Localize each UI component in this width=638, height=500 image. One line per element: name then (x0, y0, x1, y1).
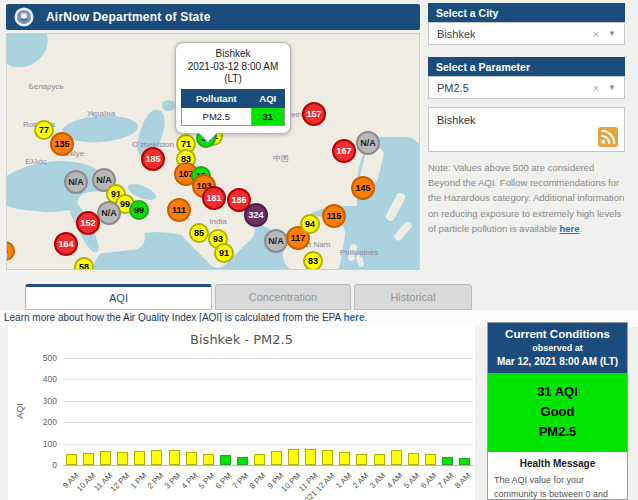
parameter-select-value: PM2.5 (437, 82, 593, 94)
health-message-block: Health Message The AQI value for your co… (488, 452, 627, 500)
aqi-marker[interactable]: 94 (300, 214, 320, 234)
aqi-marker[interactable]: 83 (303, 251, 323, 270)
aqi-marker[interactable]: N/A (356, 131, 380, 155)
aqi-marker[interactable]: 99 (129, 200, 149, 220)
aqi-marker[interactable]: 164 (54, 232, 78, 256)
select-parameter-header: Select a Parameter (428, 57, 625, 76)
chart-bar (356, 454, 367, 465)
x-axis-tick: 4 AM (385, 471, 404, 490)
chart-bar (203, 454, 214, 465)
gridline (63, 401, 473, 402)
aqi-marker[interactable]: 85 (189, 223, 209, 243)
aqi-marker[interactable]: 185 (141, 147, 165, 171)
conditions-observed-label: observed at (490, 343, 625, 353)
aqi-marker[interactable]: 152 (76, 211, 100, 235)
chart-y-axis-label: AQI (15, 403, 25, 419)
map-popup: Bishkek 2021-03-12 8:00 AM (LT) Pollutan… (175, 42, 291, 134)
chart-bar (425, 454, 436, 465)
note-body: Note: Values above 500 are considered Be… (428, 162, 624, 234)
aqi-marker[interactable]: N/A (97, 201, 121, 225)
popup-aqi-header: AQI (251, 89, 284, 107)
y-axis-tick: 200 (25, 417, 57, 427)
feed-city-label: Bishkek (437, 114, 476, 126)
conditions-aqi-value: 31 AQI (488, 384, 627, 399)
tab-concentration[interactable]: Concentration (215, 284, 351, 310)
y-axis-tick: 500 (25, 353, 57, 363)
tab-bar: AQIConcentrationHistorical (25, 284, 472, 310)
popup-pollutant-header: Pollutant (182, 89, 252, 107)
clear-icon[interactable]: × (593, 82, 599, 94)
note-text: Note: Values above 500 are considered Be… (428, 160, 625, 236)
popup-datetime: 2021-03-12 8:00 AM (181, 61, 285, 74)
aqi-marker[interactable]: 8 (6, 241, 15, 261)
popup-city: Bishkek (181, 48, 285, 61)
sea-shape (6, 33, 57, 77)
chart-bar (100, 451, 111, 465)
chart-bar (83, 453, 94, 465)
map-place-label: Ελλάς (25, 157, 47, 166)
aqi-marker[interactable]: 181 (202, 186, 226, 210)
department-of-state-seal-icon (14, 7, 34, 27)
aqi-marker[interactable]: 324 (244, 203, 268, 227)
air-quality-map[interactable]: БеларусьУкраїнаRomâniaTürkiyeΕλλάςOʻzbek… (6, 33, 420, 270)
tab-historical[interactable]: Historical (354, 284, 472, 310)
x-axis-tick: 8 PM (248, 471, 268, 491)
aqi-marker[interactable]: 157 (302, 102, 326, 126)
x-axis-tick: 4 PM (180, 471, 200, 491)
chart-bar (459, 458, 470, 465)
rss-icon[interactable] (598, 127, 618, 147)
aqi-marker[interactable]: 145 (351, 176, 375, 200)
chart-bar (288, 449, 299, 465)
aqi-marker[interactable]: N/A (264, 229, 288, 253)
map-place-label: Philippines (340, 248, 379, 257)
chart-bar (442, 457, 453, 465)
x-axis-line (63, 465, 473, 466)
tab-aqi[interactable]: AQI (25, 284, 212, 310)
chart-bar (134, 451, 145, 465)
clear-icon[interactable]: × (593, 28, 599, 40)
aqi-marker[interactable]: 167 (332, 139, 356, 163)
feed-box: Bishkek (428, 107, 625, 152)
select-city-header: Select a City (428, 3, 625, 22)
chart-bar (117, 452, 128, 465)
chevron-down-icon[interactable]: ▼ (608, 83, 616, 92)
map-place-label: Беларусь (29, 82, 64, 91)
city-select-value: Bishkek (437, 28, 593, 40)
parameter-select[interactable]: PM2.5 × ▼ (428, 76, 625, 99)
aqi-marker[interactable]: 115 (322, 204, 346, 228)
chart-bar (151, 450, 162, 465)
gridline (63, 422, 473, 423)
chart-bar (339, 452, 350, 465)
x-axis-tick: 6 AM (419, 471, 438, 490)
popup-table: Pollutant AQI PM2.5 31 (181, 89, 285, 126)
y-axis-tick: 100 (25, 439, 57, 449)
chart-bar (169, 450, 180, 465)
x-axis-tick: 1 PM (129, 471, 149, 491)
note-here-link[interactable]: here (560, 223, 580, 234)
chart-bar (237, 457, 248, 465)
aqi-marker[interactable]: 91 (214, 243, 234, 263)
page-title: AirNow Department of State (46, 10, 211, 24)
aqi-marker[interactable]: 135 (50, 132, 74, 156)
city-select[interactable]: Bishkek × ▼ (428, 22, 625, 45)
x-axis-tick: 2 PM (146, 471, 166, 491)
popup-pollutant-value: PM2.5 (182, 107, 252, 125)
x-axis-tick: 2 AM (351, 471, 370, 490)
chart-bar (186, 452, 197, 465)
sea-shape (162, 100, 175, 111)
chart-bar (66, 454, 77, 465)
aqi-marker[interactable]: 58 (74, 257, 94, 270)
x-axis-tick: 7 AM (436, 471, 455, 490)
x-axis-tick: 6 PM (214, 471, 234, 491)
gridline (63, 379, 473, 380)
aqi-marker[interactable]: N/A (64, 170, 88, 194)
conditions-header: Current Conditions observed at Mar 12, 2… (488, 323, 627, 373)
chevron-down-icon[interactable]: ▼ (608, 29, 616, 38)
health-message-text: The AQI value for your community is betw… (494, 474, 621, 500)
chart-bar (374, 454, 385, 465)
x-axis-tick: 5 PM (197, 471, 217, 491)
gridline (63, 358, 473, 359)
aqi-marker[interactable]: 111 (167, 198, 191, 222)
x-axis-tick: 3 AM (368, 471, 387, 490)
conditions-aqi-block: 31 AQI Good PM2.5 (488, 373, 627, 452)
